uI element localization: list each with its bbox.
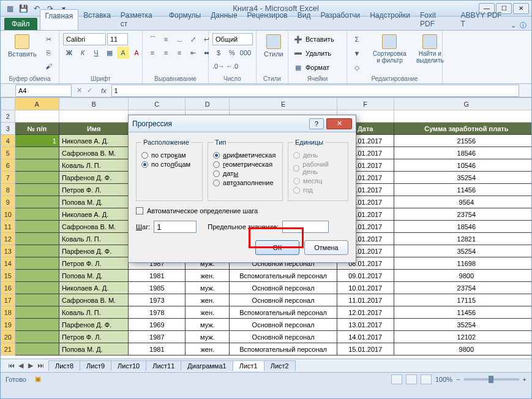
fill-icon[interactable]: ▼	[351, 47, 363, 59]
styles-button[interactable]: Стили	[260, 33, 287, 59]
col-header[interactable]: D	[185, 98, 230, 110]
cell[interactable]: 1981	[129, 270, 185, 282]
ribbon-tab-7[interactable]: Разработчи	[315, 9, 365, 30]
font-color-button[interactable]: A	[130, 47, 143, 59]
row-header[interactable]: 12	[1, 233, 15, 245]
tab-nav-last-icon[interactable]: ⏭	[36, 362, 45, 370]
row-header[interactable]: 15	[1, 270, 15, 282]
arithmetic-radio[interactable]: арифметическая	[213, 151, 277, 159]
percent-icon[interactable]: %	[226, 47, 238, 59]
tab-nav-prev-icon[interactable]: ◀	[17, 362, 25, 370]
align-middle-icon[interactable]: ≡	[160, 33, 172, 45]
cell[interactable]: Сафронова В. М.	[59, 147, 128, 159]
ok-button[interactable]: ОК	[255, 240, 299, 255]
fill-color-button[interactable]: A	[117, 47, 129, 59]
row-header[interactable]: 4	[1, 135, 15, 147]
cell[interactable]	[15, 331, 59, 343]
excel-icon[interactable]: ▦	[4, 3, 15, 14]
italic-button[interactable]: К	[77, 47, 89, 59]
cell[interactable]	[15, 208, 59, 221]
number-format-combo[interactable]: Общий	[212, 33, 253, 45]
cell[interactable]	[15, 147, 59, 159]
file-tab[interactable]: Файл	[4, 18, 37, 30]
cut-icon[interactable]: ✂	[43, 33, 55, 45]
step-input[interactable]	[154, 221, 197, 233]
sheet-tab[interactable]: Лист9	[80, 360, 111, 371]
ribbon-tab-9[interactable]: Foxit PDF	[415, 9, 456, 30]
cell[interactable]: жен.	[185, 343, 230, 355]
cell[interactable]: 35254	[394, 245, 531, 257]
tab-nav-first-icon[interactable]: ⏮	[7, 362, 15, 370]
cell[interactable]: 21556	[394, 135, 531, 147]
ribbon-tab-6[interactable]: Вид	[293, 9, 316, 30]
orientation-icon[interactable]: ⤢	[187, 33, 199, 45]
cell[interactable]: Вспомогательный персонал	[230, 306, 337, 319]
cell[interactable]: Вспомогательный персонал	[230, 270, 337, 282]
select-all-corner[interactable]	[1, 98, 15, 110]
cell[interactable]: Петров Ф. Л.	[59, 257, 128, 270]
cell[interactable]: 11.01.2017	[337, 294, 394, 306]
cancel-formula-icon[interactable]: ✕	[77, 86, 82, 94]
cell[interactable]	[15, 159, 59, 172]
sheet-tab[interactable]: Лист8	[48, 360, 80, 371]
paste-button[interactable]: Вставить	[4, 33, 40, 59]
by-rows-radio[interactable]: по строкам	[141, 151, 197, 159]
cell[interactable]: Петров Ф. Л.	[59, 331, 128, 343]
cell[interactable]: 15.01.2017	[337, 343, 394, 355]
ribbon-tab-0[interactable]: Главная	[40, 9, 79, 30]
limit-input[interactable]	[282, 221, 329, 233]
col-header[interactable]: G	[394, 98, 531, 110]
row-header[interactable]: 11	[1, 221, 15, 233]
align-right-icon[interactable]: ≡	[173, 47, 185, 59]
save-icon[interactable]: 💾	[18, 3, 29, 14]
dates-radio[interactable]: даты	[213, 170, 277, 177]
cell[interactable]: 18546	[394, 147, 531, 159]
cell[interactable]: 12102	[394, 331, 531, 343]
close-button[interactable]: ✕	[513, 3, 529, 14]
cell[interactable]	[15, 110, 59, 123]
find-select-button[interactable]: Найти и выделить	[413, 33, 448, 65]
indent-dec-icon[interactable]: ⇤	[187, 47, 199, 59]
cell[interactable]: 11456	[394, 306, 531, 319]
cell[interactable]: муж.	[185, 319, 230, 331]
cell[interactable]: 1978	[129, 306, 185, 319]
cell[interactable]: 1969	[129, 319, 185, 331]
cell[interactable]: Сафронова В. М.	[59, 294, 128, 306]
cell[interactable]: 1985	[129, 282, 185, 294]
cell[interactable]: 09.01.2017	[337, 270, 394, 282]
copy-icon[interactable]: ⎘	[43, 47, 55, 59]
row-header[interactable]: 10	[1, 208, 15, 221]
sheet-tab[interactable]: Лист11	[146, 360, 181, 371]
dec-decimal-icon[interactable]: ←.0	[226, 60, 238, 72]
cell[interactable]: 12.01.2017	[337, 306, 394, 319]
row-header[interactable]: 8	[1, 184, 15, 196]
cell[interactable]: муж.	[185, 331, 230, 343]
sheet-tab[interactable]: Лист10	[111, 360, 146, 371]
row-header[interactable]: 13	[1, 245, 15, 257]
cell[interactable]: 10.01.2017	[337, 282, 394, 294]
cell[interactable]: 10546	[394, 159, 531, 172]
ribbon-tab-1[interactable]: Вставка	[78, 9, 116, 30]
cell[interactable]: Вспомогательный персонал	[230, 343, 337, 355]
ribbon-minimize-icon[interactable]: ⌄	[511, 21, 516, 29]
cell[interactable]: 9800	[394, 270, 531, 282]
dialog-help-button[interactable]: ?	[309, 118, 324, 129]
zoom-level[interactable]: 100%	[435, 376, 452, 383]
cell[interactable]	[15, 196, 59, 208]
help-icon[interactable]: ⓘ	[520, 21, 526, 30]
autosum-icon[interactable]: Σ	[351, 33, 363, 45]
row-header[interactable]: 19	[1, 319, 15, 331]
cell[interactable]: 18546	[394, 221, 531, 233]
cell[interactable]	[59, 110, 128, 123]
format-painter-icon[interactable]: 🖌	[43, 60, 55, 72]
cell[interactable]	[15, 245, 59, 257]
tab-nav-next-icon[interactable]: ▶	[26, 362, 35, 370]
cell[interactable]	[15, 233, 59, 245]
border-button[interactable]: ▦	[103, 47, 116, 59]
comma-icon[interactable]: 000	[239, 47, 252, 59]
align-left-icon[interactable]: ≡	[146, 47, 159, 59]
cell[interactable]: 1	[15, 135, 59, 147]
font-name-combo[interactable]: Calibri	[63, 33, 106, 45]
zoom-out-icon[interactable]: −	[456, 376, 460, 383]
cell[interactable]	[15, 319, 59, 331]
